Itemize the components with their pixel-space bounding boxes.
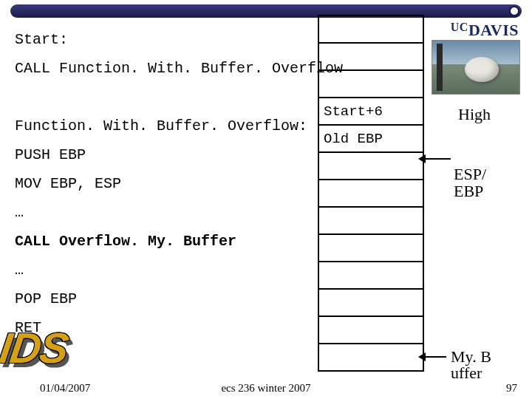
stack-cell bbox=[319, 235, 423, 262]
arrow-mybuffer-head bbox=[418, 352, 426, 361]
stack-cell-return-addr: Start+6 bbox=[319, 98, 423, 126]
code-line-call2: CALL Overflow. My. Buffer bbox=[15, 227, 310, 256]
code-line-mov: MOV EBP, ESP bbox=[15, 169, 310, 198]
top-decorative-bar bbox=[10, 4, 522, 18]
stack-cell bbox=[319, 153, 423, 180]
stack-cell bbox=[319, 262, 423, 290]
stack-cell bbox=[319, 208, 423, 235]
stack-diagram: Start+6 Old EBP bbox=[318, 15, 424, 372]
top-bar-end-circle bbox=[509, 6, 519, 16]
arrow-mybuffer-shaft bbox=[423, 356, 446, 358]
ids-wordart: IDS bbox=[0, 327, 70, 369]
arrow-esp-ebp-head bbox=[418, 154, 426, 163]
footer-page-number: 97 bbox=[506, 382, 517, 395]
arrow-esp-ebp-shaft bbox=[423, 158, 451, 160]
ucdavis-logo: UCDAVIS bbox=[451, 21, 519, 40]
logo-davis: DAVIS bbox=[468, 21, 519, 39]
code-line-blank1 bbox=[15, 83, 310, 112]
code-line-dots1: … bbox=[15, 198, 310, 227]
code-line-pop: POP EBP bbox=[15, 284, 310, 313]
code-line-dots2: … bbox=[15, 256, 310, 284]
footer-title: ecs 236 winter 2007 bbox=[0, 382, 532, 395]
stack-cell-old-ebp: Old EBP bbox=[319, 126, 423, 153]
code-line-push: PUSH EBP bbox=[15, 140, 310, 169]
stack-cell bbox=[319, 71, 423, 98]
stack-cell bbox=[319, 290, 423, 317]
photo-detail-egg bbox=[465, 57, 499, 82]
code-line-call1: CALL Function. With. Buffer. Overflow bbox=[15, 54, 310, 83]
code-line-funclabel: Function. With. Buffer. Overflow: bbox=[15, 112, 310, 140]
stack-cell bbox=[319, 317, 423, 344]
annot-mybuffer: My. B uffer bbox=[451, 349, 491, 381]
logo-uc: UC bbox=[451, 21, 468, 33]
decorative-photo bbox=[432, 40, 520, 95]
stack-cell bbox=[319, 44, 423, 71]
code-line-start: Start: bbox=[15, 25, 310, 54]
photo-detail-post bbox=[437, 44, 443, 91]
assembly-listing: Start: CALL Function. With. Buffer. Over… bbox=[15, 25, 310, 342]
annot-esp-ebp: ESP/ EBP bbox=[454, 166, 486, 200]
stack-cell bbox=[319, 16, 423, 44]
stack-cell bbox=[319, 180, 423, 208]
stack-cell bbox=[319, 344, 423, 372]
annot-high: High bbox=[458, 105, 491, 124]
